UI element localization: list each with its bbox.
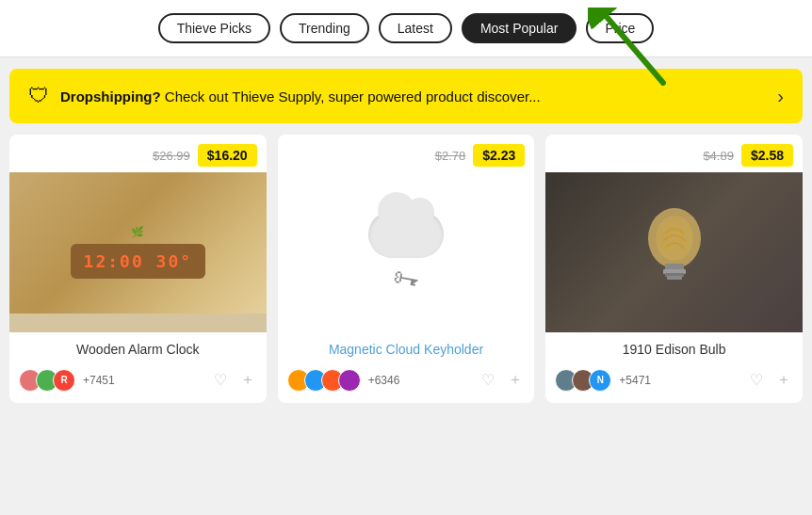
clock-display: 12:00 30° (71, 244, 206, 279)
cloud-shape (368, 211, 444, 258)
sale-price-1: $16.20 (198, 144, 257, 167)
count-1: +7451 (83, 374, 115, 387)
price-row-2: $2.78 $2.23 (278, 135, 535, 172)
product-name-3: 1910 Edison Bulb (545, 332, 803, 364)
tab-price[interactable]: Price (586, 13, 654, 43)
product-footer-1: R +7451 ♡ ＋ (9, 364, 267, 392)
avatar (338, 369, 361, 392)
top-navigation: Thieve Picks Trending Latest Most Popula… (0, 0, 812, 57)
product-footer-2: +6346 ♡ ＋ (278, 364, 535, 392)
products-grid: $26.99 $16.20 🌿 12:00 30° Wooden Alarm C… (0, 135, 812, 412)
original-price-1: $26.99 (153, 149, 190, 163)
tab-latest[interactable]: Latest (379, 13, 452, 43)
avatar: R (53, 369, 75, 392)
cloud-image: 🗝 (278, 172, 535, 332)
add-button-1[interactable]: ＋ (238, 368, 257, 392)
product-image-3[interactable] (545, 172, 803, 332)
like-button-1[interactable]: ♡ (212, 369, 229, 391)
svg-rect-6 (667, 276, 682, 280)
product-card-3: $4.89 $2.58 (545, 135, 803, 403)
original-price-3: $4.89 (703, 149, 734, 163)
bulb-image (545, 172, 803, 332)
product-name-2[interactable]: Magnetic Cloud Keyholder (278, 332, 535, 364)
product-image-1[interactable]: 🌿 12:00 30° (9, 172, 267, 332)
shield-icon: 🛡 (28, 84, 49, 108)
clock-image: 🌿 12:00 30° (9, 172, 267, 332)
avatars-count-2: +6346 (287, 369, 400, 392)
original-price-2: $2.78 (435, 149, 466, 163)
sale-price-3: $2.58 (741, 144, 793, 167)
footer-actions-1: ♡ ＋ (212, 368, 257, 392)
count-2: +6346 (368, 374, 400, 387)
add-button-2[interactable]: ＋ (506, 368, 525, 392)
tab-thieve-picks[interactable]: Thieve Picks (158, 13, 270, 43)
avatar: N (589, 369, 611, 392)
dropshipping-banner[interactable]: 🛡 Dropshipping? Check out Thieve Supply,… (9, 69, 803, 123)
avatar-group-2 (287, 369, 361, 392)
bulb-svg (637, 196, 712, 309)
sale-price-2: $2.23 (473, 144, 525, 167)
product-card-2: $2.78 $2.23 🗝 Magnetic Cloud Keyholder +… (278, 135, 535, 403)
like-button-3[interactable]: ♡ (748, 369, 765, 391)
keys-icon: 🗝 (390, 261, 421, 296)
banner-description: Check out Thieve Supply, super powered p… (165, 89, 541, 105)
banner-content: 🛡 Dropshipping? Check out Thieve Supply,… (28, 84, 541, 108)
tab-most-popular[interactable]: Most Popular (462, 13, 577, 43)
footer-actions-2: ♡ ＋ (479, 368, 525, 392)
product-card-1: $26.99 $16.20 🌿 12:00 30° Wooden Alarm C… (9, 135, 267, 403)
banner-bold-text: Dropshipping? (60, 89, 161, 105)
price-row-1: $26.99 $16.20 (9, 135, 267, 172)
avatars-count-1: R +7451 (19, 369, 115, 392)
footer-actions-3: ♡ ＋ (748, 368, 793, 392)
like-button-2[interactable]: ♡ (479, 369, 496, 391)
banner-chevron-icon: › (777, 86, 784, 107)
product-footer-3: N +5471 ♡ ＋ (545, 364, 803, 392)
product-name-1: Wooden Alarm Clock (9, 332, 267, 364)
svg-point-7 (656, 216, 693, 261)
add-button-3[interactable]: ＋ (774, 368, 793, 392)
avatars-count-3: N +5471 (555, 369, 651, 392)
product-image-2[interactable]: 🗝 (278, 172, 535, 332)
price-row-3: $4.89 $2.58 (545, 135, 803, 172)
tab-trending[interactable]: Trending (280, 13, 369, 43)
banner-text: Dropshipping? Check out Thieve Supply, s… (60, 89, 541, 105)
count-3: +5471 (619, 374, 651, 387)
avatar-group-3: N (555, 369, 611, 392)
avatar-group-1: R (19, 369, 75, 392)
